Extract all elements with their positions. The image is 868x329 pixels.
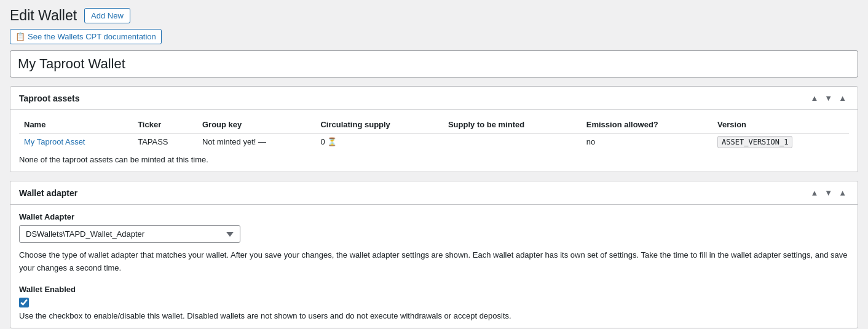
enabled-checkbox-row <box>19 298 849 307</box>
asset-ticker-cell: TAPASS <box>133 133 197 151</box>
collapse-down-button[interactable]: ▼ <box>822 93 835 103</box>
add-new-button[interactable]: Add New <box>84 8 130 23</box>
version-badge: ASSET_VERSION_1 <box>717 136 792 148</box>
adapter-collapse-up-button[interactable]: ▲ <box>808 188 821 198</box>
assets-table: Name Ticker Group key Circulating supply… <box>19 117 849 150</box>
asset-group-key-cell: Not minted yet! — <box>197 133 315 151</box>
adapter-description: Choose the type of wallet adapter that m… <box>19 249 849 275</box>
doc-link-bar: 📋 See the Wallets CPT documentation <box>10 29 858 44</box>
wallet-adapter-header: Wallet adapter ▲ ▼ ▲ <box>10 181 858 205</box>
enabled-label: Wallet Enabled <box>19 285 849 294</box>
col-group-key: Group key <box>197 117 315 133</box>
col-name: Name <box>19 117 133 133</box>
table-header-row: Name Ticker Group key Circulating supply… <box>19 117 849 133</box>
hourglass-icon: ⏳ <box>327 137 337 146</box>
asset-supply-minted-cell <box>443 133 582 151</box>
taproot-assets-header: Taproot assets ▲ ▼ ▲ <box>10 87 858 110</box>
col-version: Version <box>712 117 849 133</box>
circulating-supply-value: 0 <box>320 137 325 146</box>
wallet-adapter-body: Wallet Adapter DSWallets\TAPD_Wallet_Ada… <box>10 205 858 328</box>
enabled-description: Use the checkbox to enable/disable this … <box>19 311 849 320</box>
adapter-select[interactable]: DSWallets\TAPD_Wallet_Adapter <box>19 225 240 243</box>
doc-icon: 📋 <box>15 32 25 41</box>
adapter-label: Wallet Adapter <box>19 212 849 221</box>
mint-warning: None of the taproot assets can be minted… <box>19 155 849 164</box>
col-emission: Emission allowed? <box>582 117 712 133</box>
asset-name-link[interactable]: My Taproot Asset <box>24 137 85 146</box>
asset-circulating-supply-cell: 0 ⏳ <box>315 133 443 151</box>
col-supply-minted: Supply to be minted <box>443 117 582 133</box>
wallet-adapter-controls: ▲ ▼ ▲ <box>808 188 849 198</box>
wallet-adapter-section: Wallet adapter ▲ ▼ ▲ Wallet Adapter DSWa… <box>10 181 858 328</box>
wallet-enabled-checkbox[interactable] <box>19 298 29 307</box>
table-row: My Taproot Asset TAPASS Not minted yet! … <box>19 133 849 151</box>
wallet-enabled-section: Wallet Enabled Use the checkbox to enabl… <box>19 285 849 320</box>
taproot-assets-section: Taproot assets ▲ ▼ ▲ Name Ticker Group k… <box>10 86 858 172</box>
asset-version-cell: ASSET_VERSION_1 <box>712 133 849 151</box>
doc-link-label: See the Wallets CPT documentation <box>28 32 156 41</box>
toggle-button[interactable]: ▲ <box>836 93 849 103</box>
page-header: Edit Wallet Add New <box>10 7 858 24</box>
asset-emission-cell: no <box>582 133 712 151</box>
taproot-assets-body: Name Ticker Group key Circulating supply… <box>10 110 858 172</box>
asset-name-cell: My Taproot Asset <box>19 133 133 151</box>
wallet-name-input[interactable] <box>10 50 858 77</box>
collapse-up-button[interactable]: ▲ <box>808 93 821 103</box>
section-controls: ▲ ▼ ▲ <box>808 93 849 103</box>
col-circulating-supply: Circulating supply <box>315 117 443 133</box>
doc-link[interactable]: 📋 See the Wallets CPT documentation <box>10 29 162 44</box>
page-title: Edit Wallet <box>10 7 77 24</box>
adapter-collapse-down-button[interactable]: ▼ <box>822 188 835 198</box>
taproot-assets-title: Taproot assets <box>19 93 80 103</box>
adapter-toggle-button[interactable]: ▲ <box>836 188 849 198</box>
wallet-adapter-title: Wallet adapter <box>19 188 77 198</box>
col-ticker: Ticker <box>133 117 197 133</box>
